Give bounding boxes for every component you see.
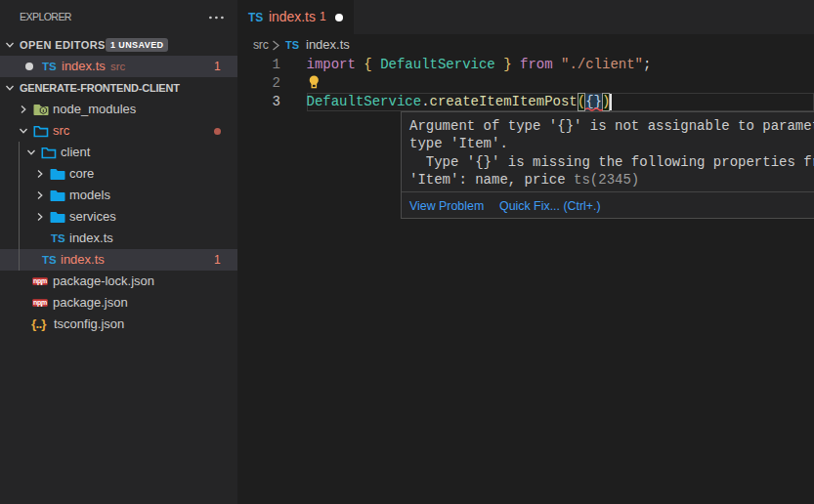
svg-text:npm: npm bbox=[33, 299, 47, 307]
svg-text:npm: npm bbox=[33, 277, 47, 285]
